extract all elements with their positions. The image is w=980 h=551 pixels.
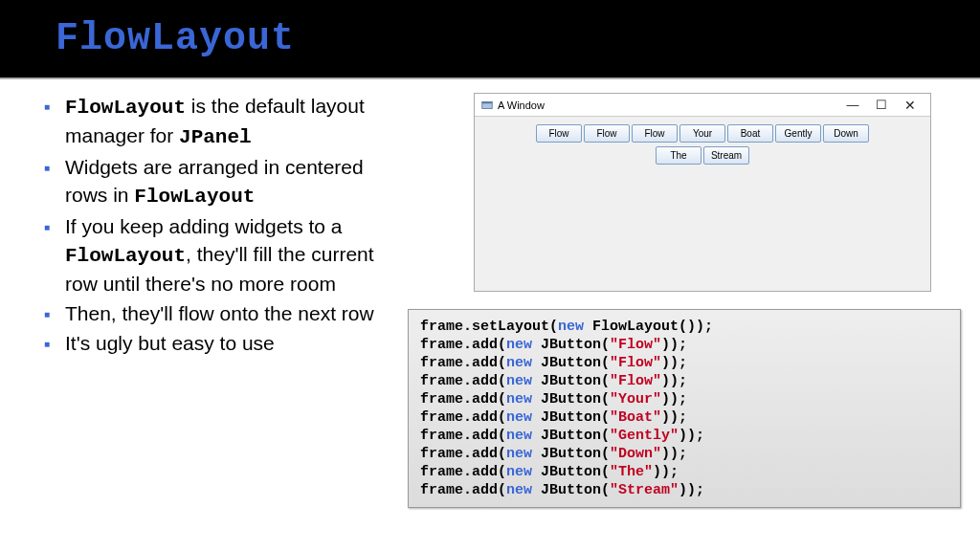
slide-title: FlowLayout [56, 17, 980, 60]
bullet-text: It's ugly but easy to use [65, 332, 275, 354]
code-text: frame.add( [420, 464, 506, 480]
example-column: A Window — ☐ ✕ FlowFlowFlowYourBoatGentl… [419, 93, 961, 508]
code-text: )); [661, 391, 687, 408]
code-text: )); [661, 355, 687, 371]
flow-button[interactable]: Flow [536, 124, 582, 143]
slide-content: FlowLayout is the default layout manager… [0, 79, 980, 508]
code-term: FlowLayout [65, 97, 186, 119]
code-text: frame.add( [420, 373, 506, 389]
svg-rect-1 [482, 101, 493, 103]
down-button[interactable]: Down [823, 124, 869, 143]
code-text: frame.add( [420, 482, 506, 498]
code-string: "Your" [610, 391, 661, 408]
code-string: "Flow" [610, 337, 661, 353]
bullet-text: Then, they'll flow onto the next row [65, 302, 374, 324]
bullet-text: If you keep adding widgets to a [65, 215, 343, 237]
code-text: frame.add( [420, 391, 506, 408]
code-string: "Gently" [610, 428, 679, 444]
code-text: JButton( [532, 373, 610, 389]
code-string: "Flow" [610, 373, 661, 389]
bullet-item: If you keep adding widgets to a FlowLayo… [38, 213, 410, 298]
code-text: frame.add( [420, 409, 506, 426]
window-titlebar: A Window — ☐ ✕ [475, 94, 930, 117]
bullet-item: FlowLayout is the default layout manager… [38, 93, 410, 152]
code-text: )); [653, 464, 679, 480]
code-text: )); [661, 337, 687, 353]
code-string: "The" [610, 464, 653, 480]
the-button[interactable]: The [656, 146, 702, 165]
code-text: JButton( [532, 409, 610, 426]
bullet-item: Then, they'll flow onto the next row [38, 300, 410, 328]
bullet-item: It's ugly but easy to use [38, 330, 410, 358]
code-keyword: new [506, 355, 532, 371]
code-text: frame.add( [420, 355, 506, 371]
gently-button[interactable]: Gently [775, 124, 821, 143]
code-keyword: new [506, 337, 532, 353]
bullet-list: FlowLayout is the default layout manager… [38, 93, 410, 358]
boat-button[interactable]: Boat [727, 124, 773, 143]
code-string: "Stream" [610, 482, 679, 498]
code-text: )); [661, 409, 687, 426]
code-text: frame.add( [420, 337, 506, 353]
code-text: JButton( [532, 355, 610, 371]
code-keyword: new [558, 319, 584, 335]
code-keyword: new [506, 464, 532, 480]
your-button[interactable]: Your [679, 124, 725, 143]
code-keyword: new [506, 391, 532, 408]
flowlayout-panel: FlowFlowFlowYourBoatGentlyDown TheStream [475, 117, 930, 291]
stream-button[interactable]: Stream [703, 146, 749, 165]
code-text: JButton( [532, 391, 610, 408]
window-title: A Window [498, 99, 838, 111]
code-text: )); [679, 428, 704, 444]
minimize-button[interactable]: — [838, 98, 867, 112]
code-text: JButton( [532, 446, 610, 462]
close-button[interactable]: ✕ [896, 98, 924, 113]
code-text: )); [661, 446, 687, 462]
maximize-button[interactable]: ☐ [867, 98, 896, 112]
code-keyword: new [506, 482, 532, 498]
code-text: frame.add( [420, 446, 506, 462]
code-term: FlowLayout [65, 245, 186, 267]
code-sample: frame.setLayout(new FlowLayout()); frame… [408, 309, 961, 508]
slide-header: FlowLayout [0, 0, 980, 77]
flow-button[interactable]: Flow [584, 124, 630, 143]
code-text: JButton( [532, 337, 610, 353]
code-text: frame.setLayout( [420, 319, 558, 335]
code-text: JButton( [532, 464, 610, 480]
code-term: FlowLayout [134, 186, 255, 208]
bullet-column: FlowLayout is the default layout manager… [38, 93, 419, 508]
code-text: frame.add( [420, 428, 506, 444]
code-string: "Down" [610, 446, 661, 462]
code-keyword: new [506, 409, 532, 426]
bullet-item: Widgets are arranged in centered rows in… [38, 154, 410, 211]
code-text: )); [661, 373, 687, 389]
java-app-icon [480, 99, 494, 112]
code-keyword: new [506, 428, 532, 444]
code-string: "Boat" [610, 409, 661, 426]
code-keyword: new [506, 373, 532, 389]
example-window: A Window — ☐ ✕ FlowFlowFlowYourBoatGentl… [474, 93, 931, 292]
code-keyword: new [506, 446, 532, 462]
code-text: )); [679, 482, 704, 498]
code-text: FlowLayout()); [584, 319, 713, 335]
code-text: JButton( [532, 482, 610, 498]
flow-button[interactable]: Flow [632, 124, 678, 143]
code-text: JButton( [532, 428, 610, 444]
code-term: JPanel [179, 126, 252, 148]
code-string: "Flow" [610, 355, 661, 371]
